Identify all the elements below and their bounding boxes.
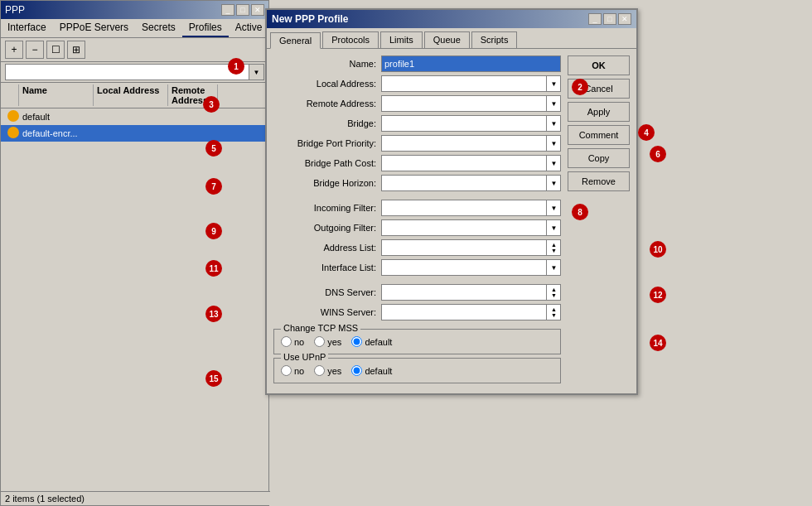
remove-button[interactable]: Remove: [568, 171, 630, 191]
toolbar: + − ☐ ⊞: [1, 38, 268, 62]
dns-server-row: DNS Server: ▲ ▼: [273, 284, 561, 301]
wins-server-select-wrapper: ▲ ▼: [381, 304, 561, 320]
menu-pppoe-servers[interactable]: PPPoE Servers: [53, 19, 135, 37]
add-btn[interactable]: +: [5, 41, 23, 59]
main-window: PPP _ □ ✕ Interface PPPoE Servers Secret…: [0, 0, 269, 506]
main-minimize-btn[interactable]: _: [221, 4, 234, 16]
table-header: Name Local Address Remote Address: [1, 83, 268, 108]
incoming-filter-select[interactable]: [381, 200, 561, 216]
local-address-row: Local Address: ▼: [273, 75, 561, 92]
main-window-title: PPP: [5, 4, 25, 16]
upnp-legend: Use UPnP: [281, 352, 328, 362]
menu-bar: Interface PPPoE Servers Secrets Profiles…: [1, 19, 268, 38]
main-close-btn[interactable]: ✕: [251, 4, 264, 16]
badge-11: 11: [205, 260, 222, 277]
tcp-mss-default-radio[interactable]: [351, 336, 362, 347]
row-local-addr-cell: [94, 116, 168, 118]
upnp-no-label: no: [294, 366, 304, 376]
tcp-mss-no-radio[interactable]: [281, 336, 292, 347]
badge-9: 9: [205, 223, 222, 239]
edit-btn[interactable]: ☐: [46, 41, 65, 59]
upnp-group: Use UPnP no yes default: [273, 358, 561, 383]
main-maximize-btn[interactable]: □: [236, 4, 249, 16]
tcp-mss-yes: yes: [314, 336, 341, 347]
ok-button[interactable]: OK: [568, 55, 630, 75]
wins-server-select[interactable]: [381, 304, 561, 320]
remote-address-row: Remote Address: ▼: [273, 95, 561, 112]
bridge-port-priority-label: Bridge Port Priority:: [273, 138, 381, 148]
dialog-body: Name: Local Address: ▼ Remote Address: ▼: [267, 49, 636, 393]
remove-btn[interactable]: −: [26, 41, 44, 59]
copy-button[interactable]: Copy: [568, 148, 630, 168]
menu-secrets[interactable]: Secrets: [135, 19, 182, 37]
dialog-minimize-btn[interactable]: _: [588, 13, 602, 25]
address-list-select[interactable]: [381, 239, 561, 256]
comment-button[interactable]: Comment: [568, 125, 630, 145]
local-address-label: Local Address:: [273, 79, 381, 89]
menu-profiles[interactable]: Profiles: [182, 19, 229, 37]
find-dropdown-btn[interactable]: ▼: [249, 64, 264, 80]
badge-2: 2: [572, 79, 588, 95]
bridge-horizon-row: Bridge Horizon: ▼: [273, 175, 561, 191]
upnp-no: no: [281, 365, 304, 376]
menu-interface[interactable]: Interface: [1, 19, 53, 37]
bridge-label: Bridge:: [273, 118, 381, 128]
name-input[interactable]: [381, 55, 561, 72]
row-name-cell: default: [19, 111, 94, 123]
find-input[interactable]: [5, 64, 249, 80]
dns-server-select[interactable]: [381, 284, 561, 301]
filter-btn[interactable]: ⊞: [67, 41, 85, 59]
row-name-cell-2: default-encr...: [19, 128, 94, 139]
address-list-select-wrapper: ▲ ▼: [381, 239, 561, 256]
local-address-select-wrapper: ▼: [381, 75, 561, 92]
dialog-maximize-btn[interactable]: □: [603, 13, 616, 25]
bridge-select[interactable]: [381, 115, 561, 132]
badge-8: 8: [572, 204, 588, 220]
outgoing-filter-row: Outgoing Filter: ▼: [273, 219, 561, 236]
tcp-mss-no-label: no: [294, 337, 304, 347]
upnp-yes-radio[interactable]: [314, 365, 325, 376]
remote-address-select[interactable]: [381, 95, 561, 112]
col-local-address[interactable]: Local Address: [94, 84, 168, 106]
bridge-port-priority-row: Bridge Port Priority: ▼: [273, 135, 561, 152]
upnp-yes-label: yes: [327, 366, 341, 376]
bridge-path-cost-label: Bridge Path Cost:: [273, 158, 381, 168]
tcp-mss-default: default: [351, 336, 392, 347]
dns-server-select-wrapper: ▲ ▼: [381, 284, 561, 301]
tcp-mss-default-label: default: [365, 337, 392, 347]
outgoing-filter-label: Outgoing Filter:: [273, 223, 381, 233]
bridge-horizon-select[interactable]: [381, 175, 561, 191]
badge-6: 6: [650, 146, 666, 162]
bridge-port-priority-select[interactable]: [381, 135, 561, 152]
badge-1: 1: [228, 58, 244, 75]
tab-scripts[interactable]: Scripts: [471, 31, 518, 48]
tab-queue[interactable]: Queue: [424, 31, 470, 48]
col-name[interactable]: Name: [19, 84, 94, 106]
dialog-close-btn[interactable]: ✕: [618, 13, 631, 25]
apply-button[interactable]: Apply: [568, 102, 630, 122]
upnp-yes: yes: [314, 365, 341, 376]
tcp-mss-yes-label: yes: [327, 337, 341, 347]
badge-7: 7: [205, 178, 222, 195]
tab-limits[interactable]: Limits: [380, 31, 423, 48]
dialog-title-bar: New PPP Profile _ □ ✕: [267, 10, 636, 28]
interface-list-select[interactable]: [381, 259, 561, 276]
status-bar: 2 items (1 selected): [1, 491, 270, 505]
table-row-selected[interactable]: default-encr...: [1, 125, 268, 142]
row-remote-addr-cell: [168, 116, 218, 118]
remote-address-select-wrapper: ▼: [381, 95, 561, 112]
badge-5: 5: [205, 140, 222, 157]
tcp-mss-yes-radio[interactable]: [314, 336, 325, 347]
dialog-tabs: General Protocols Limits Queue Scripts: [267, 28, 636, 49]
interface-list-select-wrapper: ▼: [381, 259, 561, 276]
upnp-default-radio[interactable]: [351, 365, 362, 376]
row-remote-addr-cell-2: [168, 133, 218, 134]
remote-address-label: Remote Address:: [273, 99, 381, 108]
bridge-path-cost-select[interactable]: [381, 155, 561, 171]
tab-general[interactable]: General: [270, 32, 321, 49]
upnp-no-radio[interactable]: [281, 365, 292, 376]
local-address-select[interactable]: [381, 75, 561, 92]
tab-protocols[interactable]: Protocols: [322, 31, 379, 48]
outgoing-filter-select[interactable]: [381, 219, 561, 236]
table-row[interactable]: default: [1, 108, 268, 125]
